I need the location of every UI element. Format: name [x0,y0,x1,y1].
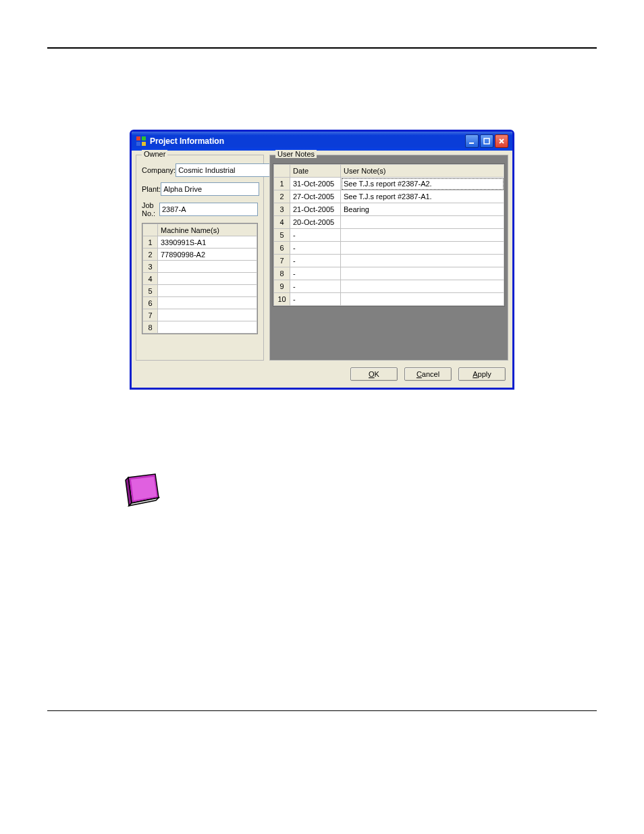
cancel-button[interactable]: Cancel [404,367,452,381]
date-header: Date [290,165,341,178]
svg-rect-0 [136,136,140,140]
table-row: 277890998-A2 [143,249,257,261]
table-row: 7 [143,309,257,321]
notes-group: User Notes Date User Note(s) 131-Oct-200… [269,155,508,361]
table-row: 3 [143,261,257,273]
table-row: 4 [143,273,257,285]
window-title: Project Information [150,136,465,146]
plant-label: Plant: [142,185,161,193]
owner-group-label: Owner [142,150,167,158]
notes-table[interactable]: Date User Note(s) 131-Oct-2005See T.J.s … [273,163,505,307]
table-row: 5 [143,285,257,297]
table-row: 8 [143,321,257,334]
machine-header: Machine Name(s) [158,224,257,236]
notes-group-label: User Notes [275,150,317,158]
table-row: 10- [274,293,504,306]
table-row: 13390991S-A1 [143,236,257,249]
plant-input[interactable] [161,182,259,196]
table-row: 8- [274,267,504,280]
table-row: 6 [143,297,257,309]
svg-rect-3 [142,142,146,146]
table-row: 131-Oct-2005See T.J.s report #2387-A2. [274,178,504,190]
jobno-label: Job No.: [142,201,159,217]
ok-button[interactable]: OK [350,367,398,381]
table-row: 7- [274,255,504,267]
svg-rect-2 [136,142,140,146]
jobno-input[interactable] [159,203,258,216]
note-header: User Note(s) [341,165,504,178]
minimize-button[interactable] [465,134,479,148]
table-row: 9- [274,280,504,293]
table-row: 5- [274,229,504,242]
table-row: 321-Oct-2005Bearing [274,203,504,216]
footer-divider [47,710,597,711]
company-input[interactable] [176,163,274,177]
close-button[interactable] [495,134,508,148]
apply-button[interactable]: Apply [458,367,506,381]
dialog-screenshot: Project Information [130,130,514,390]
svg-rect-5 [484,138,489,144]
svg-rect-4 [469,142,474,144]
titlebar[interactable]: Project Information [132,132,512,151]
owner-group: Owner Company: Plant: Job No.: [136,155,264,361]
svg-rect-1 [142,136,146,140]
machine-table[interactable]: Machine Name(s) 13390991S-A1 277890998-A… [142,223,258,334]
table-row: 227-Oct-2005See T.J.s report #2387-A1. [274,190,504,203]
table-row: 420-Oct-2005 [274,216,504,229]
dialog-window: Project Information [130,130,514,390]
maximize-button[interactable] [480,134,493,148]
book-icon [122,471,162,508]
heading-divider [47,47,597,49]
table-row: 6- [274,242,504,255]
company-label: Company: [142,166,176,174]
app-icon [136,136,146,147]
